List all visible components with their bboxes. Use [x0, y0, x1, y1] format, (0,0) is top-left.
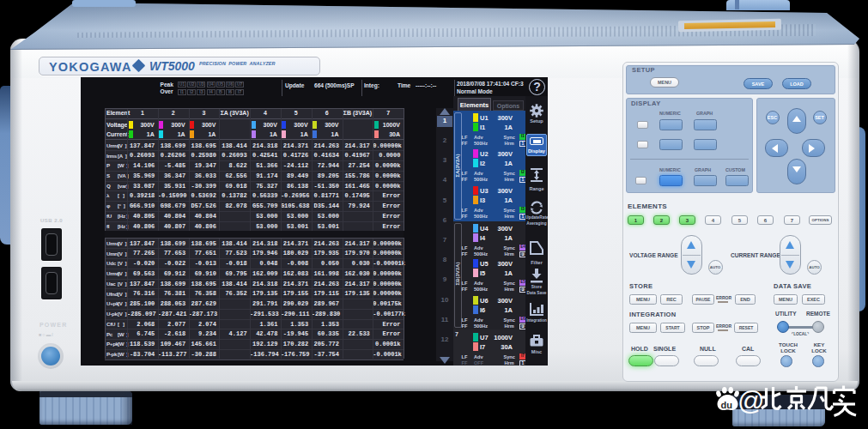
svg-text:du: du [721, 400, 732, 410]
svg-text:@: @ [737, 386, 764, 416]
